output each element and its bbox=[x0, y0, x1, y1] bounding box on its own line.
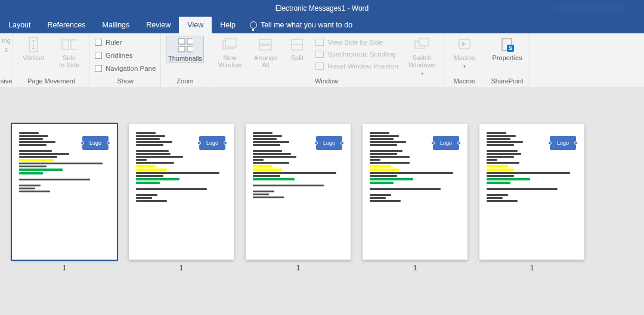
vertical-button[interactable]: Vertical bbox=[18, 36, 49, 61]
lightbulb-icon bbox=[250, 21, 257, 29]
logo-badge: Logo bbox=[433, 136, 459, 150]
thumbnail-cell: Logo 1 bbox=[129, 124, 234, 272]
cutleft-button: ing s bbox=[1, 36, 11, 53]
group-zoom: Thumbnails Zoom bbox=[161, 33, 209, 88]
svg-rect-8 bbox=[225, 39, 236, 47]
macros-label: Macros bbox=[454, 54, 475, 61]
ribbon: ing s sive Vertical Side to Side Page Mo… bbox=[0, 33, 644, 88]
arrange-all-label: Arrange All bbox=[254, 54, 277, 68]
side-to-side-icon bbox=[61, 37, 77, 52]
macros-icon bbox=[457, 37, 472, 52]
side-by-side-icon bbox=[315, 39, 324, 46]
logo-badge: Logo bbox=[550, 136, 576, 150]
page-number: 1 bbox=[530, 263, 534, 272]
properties-icon: S bbox=[500, 37, 515, 52]
reset-pos-label: Reset Window Position bbox=[327, 63, 398, 70]
tell-me-search[interactable]: Tell me what you want to do bbox=[244, 17, 358, 33]
tab-help[interactable]: Help bbox=[212, 17, 244, 33]
ruler-checkbox[interactable]: Ruler bbox=[95, 37, 156, 48]
sync-scroll-icon bbox=[315, 51, 324, 58]
svg-rect-1 bbox=[62, 40, 69, 49]
switch-windows-label: Switch Windows bbox=[408, 54, 435, 68]
cutleft-line1: ing bbox=[2, 37, 11, 44]
properties-label: Properties bbox=[493, 54, 522, 61]
page-thumbnail[interactable]: Logo bbox=[129, 124, 234, 260]
split-icon bbox=[289, 37, 305, 52]
thumbnail-cell: Logo 1 bbox=[12, 124, 117, 272]
switch-windows-icon bbox=[414, 37, 430, 52]
cutleft-line2: s bbox=[5, 46, 8, 53]
arrange-all-icon bbox=[258, 37, 273, 52]
vertical-icon bbox=[26, 37, 41, 52]
group-show: Ruler Gridlines Navigation Pane Show bbox=[90, 33, 161, 88]
sync-scroll-label: Synchronous Scrolling bbox=[327, 51, 395, 58]
group-sharepoint: S Properties SharePoint bbox=[485, 33, 530, 88]
tab-view[interactable]: View bbox=[179, 17, 212, 33]
tab-references[interactable]: References bbox=[39, 17, 94, 33]
gridlines-label: Gridlines bbox=[106, 52, 132, 59]
window-group-label: Window bbox=[209, 76, 443, 87]
ribbon-tabs: Layout References Mailings Review View H… bbox=[0, 17, 644, 33]
arrange-all-button[interactable]: Arrange All bbox=[250, 36, 281, 68]
document-title: Electronic Messages1 - Word bbox=[275, 4, 369, 13]
group-cutleft: ing s sive bbox=[0, 33, 13, 88]
macros-button[interactable]: Macros ▾ bbox=[449, 36, 480, 70]
group-macros: Macros ▾ Macros bbox=[444, 33, 485, 88]
show-group-label: Show bbox=[90, 76, 160, 87]
sharepoint-group-label: SharePoint bbox=[485, 76, 530, 87]
thumbnail-cell: Logo 1 bbox=[363, 124, 467, 272]
side-to-side-button[interactable]: Side to Side bbox=[54, 36, 85, 68]
svg-rect-2 bbox=[71, 40, 77, 49]
svg-rect-4 bbox=[187, 39, 193, 44]
tab-review[interactable]: Review bbox=[138, 17, 179, 33]
new-window-label: New Window bbox=[218, 54, 242, 68]
cutleft-group-label: sive bbox=[0, 76, 13, 87]
new-window-button[interactable]: New Window bbox=[214, 36, 245, 68]
macros-group-label: Macros bbox=[444, 76, 485, 87]
page-thumbnail[interactable]: Logo bbox=[12, 124, 117, 260]
zoom-group-label: Zoom bbox=[161, 76, 209, 87]
group-page-movement: Vertical Side to Side Page Movement bbox=[13, 33, 90, 88]
tell-me-label: Tell me what you want to do bbox=[261, 21, 352, 29]
svg-rect-10 bbox=[259, 45, 271, 50]
checkbox-icon bbox=[95, 65, 102, 72]
tab-layout[interactable]: Layout bbox=[0, 17, 39, 33]
logo-badge: Logo bbox=[199, 136, 225, 150]
synchronous-scrolling-button: Synchronous Scrolling bbox=[315, 49, 398, 60]
page-number: 1 bbox=[179, 263, 183, 272]
svg-rect-5 bbox=[178, 46, 185, 52]
gridlines-checkbox[interactable]: Gridlines bbox=[95, 50, 156, 61]
chevron-down-icon: ▾ bbox=[463, 63, 466, 70]
page-thumbnail[interactable]: Logo bbox=[246, 124, 351, 260]
new-window-icon bbox=[222, 37, 237, 52]
split-button[interactable]: Split bbox=[286, 36, 308, 61]
split-label: Split bbox=[291, 54, 304, 61]
thumbnail-cell: Logo 1 bbox=[479, 124, 584, 272]
group-window: New Window Arrange All Split View Side b… bbox=[209, 33, 444, 88]
page-number: 1 bbox=[62, 263, 66, 272]
thumbnails-button[interactable]: Thumbnails bbox=[166, 36, 204, 63]
side-by-side-label: View Side by Side bbox=[327, 39, 382, 46]
side-to-side-label: Side to Side bbox=[59, 54, 79, 68]
svg-rect-9 bbox=[259, 39, 271, 44]
svg-rect-3 bbox=[178, 39, 185, 44]
navpane-checkbox[interactable]: Navigation Pane bbox=[95, 63, 156, 74]
thumbnail-pane: Logo 1 Logo bbox=[0, 88, 644, 315]
svg-rect-6 bbox=[187, 46, 193, 52]
account-area bbox=[555, 4, 626, 12]
switch-windows-button[interactable]: Switch Windows ▾ bbox=[405, 36, 439, 77]
page-movement-group-label: Page Movement bbox=[13, 76, 89, 87]
reset-pos-icon bbox=[315, 63, 324, 70]
thumbnail-row: Logo 1 Logo bbox=[12, 124, 632, 272]
vertical-label: Vertical bbox=[23, 54, 44, 61]
page-thumbnail[interactable]: Logo bbox=[363, 124, 467, 260]
page-number: 1 bbox=[413, 263, 417, 272]
logo-badge: Logo bbox=[82, 136, 109, 150]
properties-button[interactable]: S Properties bbox=[490, 36, 525, 61]
svg-rect-14 bbox=[419, 39, 429, 46]
checkbox-icon bbox=[95, 52, 102, 59]
page-thumbnail[interactable]: Logo bbox=[479, 124, 584, 260]
logo-badge: Logo bbox=[316, 136, 342, 150]
tab-mailings[interactable]: Mailings bbox=[94, 17, 138, 33]
navpane-label: Navigation Pane bbox=[106, 65, 156, 72]
